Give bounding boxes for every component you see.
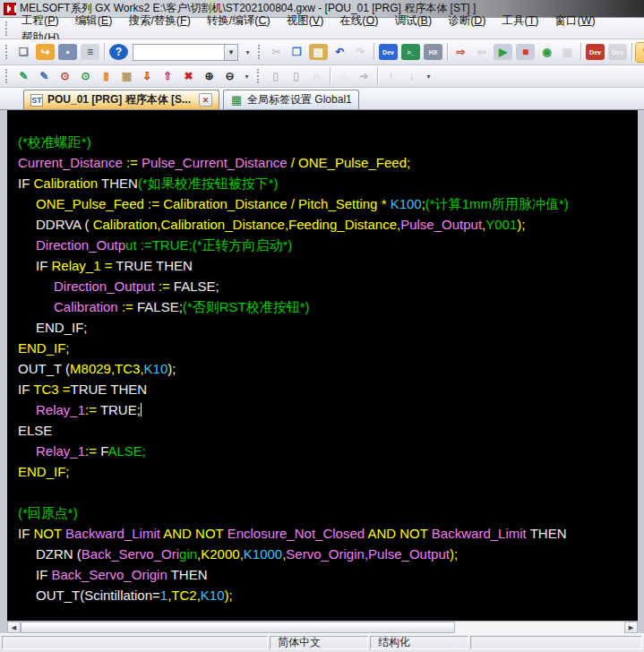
device-capsule-icon[interactable]: ▮ bbox=[97, 68, 116, 85]
device-block-icon[interactable]: ▦ bbox=[117, 68, 136, 85]
menu-bar: 工程(P)编辑(E)搜索/替换(F)转换/编译(C)视图(V)在线(O)调试(B… bbox=[0, 18, 644, 39]
code-line: END_IF; bbox=[18, 338, 638, 358]
toolbar-separator bbox=[447, 43, 448, 61]
toolbar-grip-handle[interactable] bbox=[5, 45, 10, 59]
save-project-icon[interactable]: ▪ bbox=[58, 44, 77, 60]
code-line: DDRVA ( Calibration,Calibration_Distance… bbox=[18, 214, 638, 235]
st-code-editor[interactable]: (*校准螺距*)Current_Distance := Pulse_Curren… bbox=[7, 110, 638, 621]
cut-icon: ✂ bbox=[267, 43, 286, 62]
tab-close-icon[interactable]: ✕ bbox=[199, 93, 212, 107]
ladder-insert-up-icon: ↑ bbox=[382, 68, 400, 85]
comment-display-icon[interactable]: ❝ bbox=[636, 43, 644, 62]
find-combobox[interactable]: ▼ bbox=[133, 44, 238, 61]
paste-icon[interactable]: ▤ bbox=[309, 44, 328, 60]
menu-item-d[interactable]: 诊断(D) bbox=[440, 12, 494, 30]
editor-horizontal-scrollbar[interactable]: ◀ ▶ bbox=[7, 621, 638, 633]
menu-item-b[interactable]: 调试(B) bbox=[386, 12, 440, 30]
scrollbar-track[interactable] bbox=[21, 622, 624, 633]
menu-item-f[interactable]: 搜索/替换(F) bbox=[120, 12, 198, 30]
scrollbar-thumb[interactable] bbox=[21, 622, 455, 633]
word-search-down-icon[interactable]: ⇩ bbox=[138, 68, 157, 85]
code-line: IF NOT Backward_Limit AND NOT Enclosure_… bbox=[18, 523, 638, 544]
stop-monitoring-icon[interactable]: ■ bbox=[516, 44, 535, 60]
tab-label: POU_01 [PRG] 程序本体 [S... bbox=[47, 92, 191, 107]
tab-global-label-setting[interactable]: ▦全局标签设置 Global1 bbox=[223, 90, 359, 109]
menu-item-c[interactable]: 转换/编译(C) bbox=[199, 12, 279, 30]
document-edit-icon[interactable]: ✎ bbox=[35, 68, 54, 85]
ladder-insert-down-icon: ↓ bbox=[402, 68, 421, 85]
code-line: IF TC3 =TRUE THEN bbox=[18, 379, 638, 399]
help-icon[interactable]: ? bbox=[109, 44, 128, 60]
ladder-open-contact-icon: ▯ bbox=[266, 68, 285, 85]
device-comment-dev-icon[interactable]: Dev bbox=[379, 44, 398, 60]
code-line: END_IF; bbox=[18, 317, 638, 338]
combobox-dropdown-icon[interactable]: ▼ bbox=[224, 45, 237, 60]
toolbar-options-chevron-2[interactable]: ▾ bbox=[242, 66, 252, 86]
menu-item-w[interactable]: 窗口(W) bbox=[546, 12, 603, 30]
menu-item-e[interactable]: 编辑(E) bbox=[67, 12, 121, 30]
zoom-in-icon[interactable]: ⊕ bbox=[200, 68, 219, 85]
device-memory-hex-icon[interactable]: HX bbox=[424, 44, 442, 60]
code-line: (*回原点*) bbox=[18, 502, 638, 523]
code-line: IF Back_Servo_Origin THEN bbox=[18, 564, 638, 585]
toolbar-grip-handle[interactable] bbox=[257, 69, 262, 83]
open-project-icon[interactable]: ↪ bbox=[36, 44, 55, 60]
code-line: Current_Distance := Pulse_Current_Distan… bbox=[18, 152, 638, 173]
write-to-plc-icon[interactable]: ⇨ bbox=[451, 43, 470, 62]
scroll-left-button[interactable]: ◀ bbox=[7, 622, 21, 633]
status-edit-mode: 结构化 bbox=[370, 636, 468, 649]
text-caret bbox=[141, 403, 142, 416]
code-line: Direction_Output := FALSE; bbox=[18, 276, 638, 296]
menu-item-p[interactable]: 工程(P) bbox=[13, 12, 67, 30]
zoom-out-icon[interactable]: ⊖ bbox=[220, 68, 239, 85]
device-delete-icon[interactable]: ✖ bbox=[179, 68, 198, 85]
toolbar-grip-handle[interactable] bbox=[258, 45, 262, 59]
toolbar-separator bbox=[580, 43, 581, 61]
device-find-green-icon[interactable]: ⊙ bbox=[76, 68, 95, 85]
toolbar-options-chevron[interactable]: ▾ bbox=[243, 42, 253, 62]
document-tab-bar: STPOU_01 [PRG] 程序本体 [S...✕▦全局标签设置 Global… bbox=[0, 88, 644, 110]
code-line: IF Relay_1 = TRUE THEN bbox=[18, 255, 638, 276]
menubar-grip-handle[interactable] bbox=[5, 21, 10, 36]
print-icon[interactable]: ≡ bbox=[81, 44, 99, 60]
edit-mode-icon[interactable]: ✎ bbox=[14, 68, 33, 85]
menu-item-v[interactable]: 视图(V) bbox=[279, 12, 332, 30]
ladder-coil-icon: ∩ bbox=[307, 68, 326, 85]
status-language: 简体中文 bbox=[270, 636, 368, 649]
menu-item-o[interactable]: 在线(O) bbox=[331, 12, 386, 30]
undo-icon[interactable]: ↶ bbox=[331, 43, 349, 62]
code-line: ONE_Pulse_Feed := Calibration_Distance /… bbox=[18, 193, 638, 214]
tab-pou-program-body[interactable]: STPOU_01 [PRG] 程序本体 [S...✕ bbox=[23, 90, 219, 109]
start-monitoring-icon[interactable]: ▶ bbox=[494, 44, 512, 60]
word-search-up-icon[interactable]: ⇧ bbox=[159, 68, 177, 85]
status-extra-segment bbox=[470, 636, 642, 649]
ladder-jump-icon: ➔ bbox=[355, 68, 374, 85]
st-program-icon: ST bbox=[30, 94, 43, 107]
device-find-red-icon[interactable]: ⊙ bbox=[56, 68, 74, 85]
device-display-off-icon: Dev bbox=[608, 44, 627, 60]
code-line: OUT_T (M8029,TC3,K10); bbox=[18, 358, 638, 379]
app-window: MELSOFT系列 GX Works2 E:\客户\切割机\ST20210080… bbox=[0, 0, 644, 652]
new-project-icon[interactable]: ❏ bbox=[14, 43, 33, 62]
monitor-mode-icon[interactable]: ◉ bbox=[537, 43, 556, 62]
redo-icon: ↷ bbox=[351, 43, 370, 62]
editor-frame: (*校准螺距*)Current_Distance := Pulse_Curren… bbox=[0, 110, 644, 633]
code-line: DZRN (Back_Servo_Origin,K2000,K1000,Serv… bbox=[18, 544, 638, 564]
toolbar-separator bbox=[377, 67, 378, 85]
code-line: Calibration := FALSE;(*否则RST校准按钮*) bbox=[18, 296, 638, 317]
scroll-right-button[interactable]: ▶ bbox=[624, 622, 638, 633]
status-message-segment bbox=[2, 636, 268, 649]
code-line: ELSE bbox=[18, 420, 638, 441]
device-display-on-icon[interactable]: Dev bbox=[586, 44, 605, 60]
app-icon bbox=[4, 3, 16, 15]
menu-item-t[interactable]: 工具(T) bbox=[494, 12, 547, 30]
copy-icon[interactable]: ❐ bbox=[288, 43, 306, 62]
global-label-icon: ▦ bbox=[230, 94, 243, 107]
code-line: OUT_T(Scintillation=1,TC2,K10); bbox=[18, 585, 638, 605]
toolbar-grip-handle[interactable] bbox=[5, 69, 10, 83]
find-input[interactable] bbox=[133, 46, 224, 59]
monitor-terminal-icon[interactable]: >_ bbox=[401, 44, 420, 60]
toolbar-options-chevron-3[interactable]: ▾ bbox=[424, 66, 434, 86]
code-line: Direction_Output :=TRUE;(*正转方向启动*) bbox=[18, 235, 638, 255]
toolbar-separator bbox=[104, 43, 105, 61]
